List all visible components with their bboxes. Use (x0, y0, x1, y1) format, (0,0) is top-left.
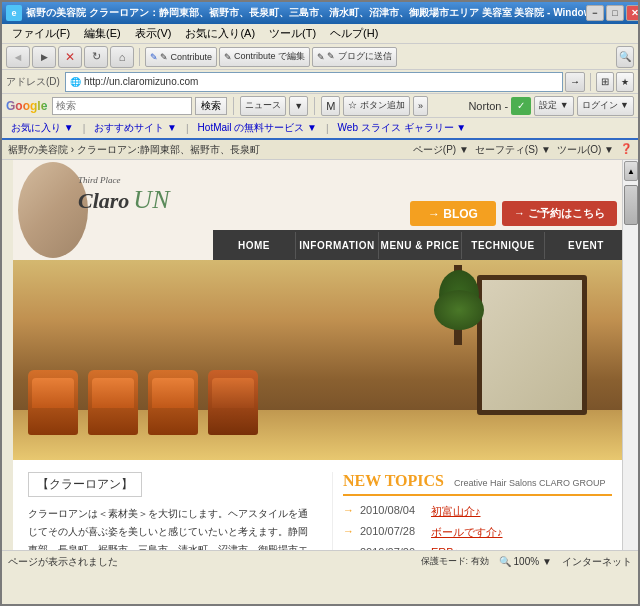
chair-back-2 (92, 378, 134, 408)
topic-item-1: → 2010/07/28 ボールです介♪ (343, 525, 612, 540)
website-container: Third Place Claro UN → BLOG → ご予約はこちら (13, 160, 627, 550)
page-btn[interactable]: ページ(P) ▼ (413, 143, 469, 157)
site-header: Third Place Claro UN → BLOG → ご予約はこちら (13, 160, 627, 260)
help-icon2[interactable]: ❓ (620, 143, 632, 157)
breadcrumb-bar: 裾野の美容院 › クラーロアン:静岡東部、裾野市、長泉町 ページ(P) ▼ セー… (2, 140, 638, 160)
blog-button[interactable]: ✎ ✎ ブログに送信 (312, 47, 397, 67)
norton-text: Norton - (468, 100, 508, 112)
go-button[interactable]: → (565, 72, 585, 92)
safety-btn[interactable]: セーフティ(S) ▼ (475, 143, 551, 157)
mirror (477, 275, 587, 415)
topic-date-2: 2010/07/20 (360, 546, 425, 550)
status-right: 保護モード: 有効 🔍 100% ▼ インターネット (421, 555, 633, 569)
news-button[interactable]: ニュース (240, 96, 286, 116)
about-text: クラーロアンは＜素材美＞を大切にします。ヘアスタイルを通じてその人が喜ぶ姿を美し… (28, 505, 317, 550)
sep2 (590, 73, 591, 91)
breadcrumb-text: 裾野の美容院 › クラーロアン:静岡東部、裾野市、長泉町 (8, 143, 260, 157)
more-tools[interactable]: » (413, 96, 428, 116)
more-button[interactable]: ▼ (289, 96, 308, 116)
topic-arrow-2: → (343, 546, 354, 550)
norton-settings-button[interactable]: 設定 ▼ (534, 96, 573, 116)
menu-file[interactable]: ファイル(F) (6, 24, 76, 43)
topic-link-1[interactable]: ボールです介♪ (431, 525, 503, 540)
scroll-up-button[interactable]: ▲ (624, 161, 638, 181)
topic-date-1: 2010/07/28 (360, 525, 425, 537)
back-button[interactable]: ◄ (6, 46, 30, 68)
nav-event[interactable]: EVENT (545, 232, 627, 259)
separator (139, 48, 140, 66)
mail-icon[interactable]: M (321, 96, 340, 116)
url-display: http://un.claromizuno.com (84, 76, 199, 87)
address-input[interactable]: 🌐 http://un.claromizuno.com (65, 72, 563, 92)
sep4 (314, 97, 315, 115)
minimize-button[interactable]: − (586, 5, 604, 21)
site-wrapper: Third Place Claro UN → BLOG → ご予約はこちら (13, 160, 627, 550)
norton-check-icon: ✓ (511, 97, 531, 115)
about-section: 【クラーロアン】 クラーロアンは＜素材美＞を大切にします。ヘアスタイルを通じてそ… (28, 472, 317, 550)
stop-button[interactable]: ✕ (58, 46, 82, 68)
refresh-button[interactable]: ↻ (84, 46, 108, 68)
browser-window: e 裾野の美容院 クラーロアン：静岡東部、裾野市、長泉町、三島市、清水町、沼津市… (0, 0, 640, 606)
edit-contribute-button[interactable]: ✎ Contribute で編集 (219, 47, 310, 67)
address-icon: 🌐 (70, 77, 81, 87)
norton-login-button[interactable]: ログイン ▼ (577, 96, 634, 116)
nav-technique[interactable]: TECHNIQUE (462, 232, 545, 259)
zoom-control[interactable]: 🔍 100% ▼ (499, 556, 552, 567)
protected-mode-label: 保護モード: 有効 (421, 555, 489, 568)
links-bar-recommended[interactable]: おすすめサイト ▼ (89, 119, 182, 137)
google-toolbar: Google 検索 ニュース ▼ M ☆ ボタン追加 » Norton - ✓ … (2, 94, 638, 118)
tools-btn[interactable]: ツール(O) ▼ (557, 143, 614, 157)
site-nav-area: → BLOG → ご予約はこちら HOME INFORMATION MENU &… (213, 160, 627, 260)
hero-image (13, 260, 627, 460)
google-search-input[interactable] (52, 97, 192, 115)
contribute-button[interactable]: ✎ ✎ Contribute (145, 47, 217, 67)
topic-date-0: 2010/08/04 (360, 504, 425, 516)
menu-help[interactable]: ヘルプ(H) (324, 24, 384, 43)
nav-home[interactable]: HOME (213, 232, 296, 259)
add-to-favorites[interactable]: ★ (616, 72, 634, 92)
chair-4 (208, 370, 258, 435)
status-text: ページが表示されました (8, 555, 118, 569)
links-bar-hotmail[interactable]: HotMail の無料サービス ▼ (193, 119, 322, 137)
scrollbar-track[interactable]: ▲ (622, 160, 638, 550)
scroll-thumb[interactable] (624, 185, 638, 225)
compat-button[interactable]: ⊞ (596, 72, 614, 92)
blog-cta-button[interactable]: → BLOG (410, 201, 496, 226)
menu-edit[interactable]: 編集(E) (78, 24, 127, 43)
sep7: | (326, 123, 329, 134)
address-bar-row: アドレス(D) 🌐 http://un.claromizuno.com → ⊞ … (2, 70, 638, 94)
nav-menu-price[interactable]: MENU & PRICE (379, 232, 462, 259)
logo-third-place: Third Place (78, 175, 169, 185)
menu-view[interactable]: 表示(V) (129, 24, 178, 43)
chair-1 (28, 370, 78, 435)
google-search-button[interactable]: 検索 (195, 97, 227, 115)
address-label: アドレス(D) (6, 75, 60, 89)
reserve-cta-button[interactable]: → ご予約はこちら (502, 201, 617, 226)
links-bar-favorites[interactable]: お気に入り ▼ (6, 119, 79, 137)
menu-bar: ファイル(F) 編集(E) 表示(V) お気に入り(A) ツール(T) ヘルプ(… (2, 24, 638, 44)
status-bar: ページが表示されました 保護モード: 有効 🔍 100% ▼ インターネット (2, 550, 638, 572)
close-button[interactable]: ✕ (626, 5, 640, 21)
main-content: 【クラーロアン】 クラーロアンは＜素材美＞を大切にします。ヘアスタイルを通じてそ… (13, 460, 627, 550)
sep6: | (186, 123, 189, 134)
window-controls: − □ ✕ (586, 5, 640, 21)
chair-back-3 (152, 378, 194, 408)
nav-information[interactable]: INFORMATION (296, 232, 379, 259)
bookmark-add[interactable]: ☆ ボタン追加 (343, 96, 410, 116)
topic-link-0[interactable]: 初富山介♪ (431, 504, 481, 519)
new-topics-title: NEW TOPICS (343, 472, 444, 490)
maximize-button[interactable]: □ (606, 5, 624, 21)
links-bar-gallery[interactable]: Web スライス ギャラリー ▼ (333, 119, 472, 137)
menu-favorites[interactable]: お気に入り(A) (179, 24, 261, 43)
logo-claro: Claro (78, 188, 129, 214)
topic-arrow-0: → (343, 504, 354, 516)
home-button[interactable]: ⌂ (110, 46, 134, 68)
forward-button[interactable]: ▶ (32, 46, 56, 68)
chair-3 (148, 370, 198, 435)
title-bar-left: e 裾野の美容院 クラーロアン：静岡東部、裾野市、長泉町、三島市、清水町、沼津市… (6, 5, 586, 21)
menu-tools[interactable]: ツール(T) (263, 24, 322, 43)
zoom-arrow: ▼ (542, 556, 552, 567)
topic-item-0: → 2010/08/04 初富山介♪ (343, 504, 612, 519)
topic-link-2[interactable]: ERB♪ (431, 546, 459, 550)
search-icon-btn[interactable]: 🔍 (616, 46, 634, 68)
